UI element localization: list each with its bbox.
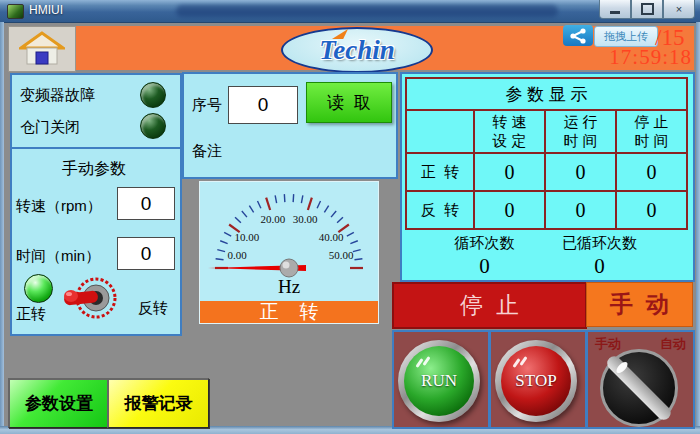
rotary-left-label: 手动 — [595, 335, 621, 353]
status-panel: 变频器故障 仓门关闭 — [10, 73, 182, 149]
param-display-panel: 参 数 显 示 转 速 设 定 运 行 时 间 停 止 时 间 正 转 0 0 … — [400, 72, 695, 282]
rotary-right-label: 自动 — [660, 335, 686, 353]
frequency-gauge-panel: 0.0010.0020.0030.0040.0050.00 Hz 正 转 — [200, 182, 378, 323]
stop-command-button[interactable]: 停 止 — [392, 282, 587, 329]
param-table-title: 参 数 显 示 — [406, 78, 687, 110]
rotation-status-banner: 正 转 — [200, 301, 378, 323]
reverse-label: 反转 — [138, 299, 168, 318]
read-panel: 序号 0 读 取 备注 — [182, 72, 398, 179]
time-label: 时间（min） — [16, 247, 100, 266]
rotary-handle — [604, 353, 673, 422]
row-header-forward: 正 转 — [406, 153, 474, 191]
mode-rotary-switch[interactable] — [600, 349, 678, 427]
clock: 17:59:18 — [590, 45, 692, 70]
cell-fwd-stoptime: 0 — [616, 153, 687, 191]
cycle-count-value: 0 — [422, 254, 547, 279]
col-header-speed: 转 速 设 定 — [474, 110, 545, 153]
glare-mark — [422, 356, 430, 366]
manual-mode-button[interactable]: 手 动 — [586, 282, 693, 327]
minimize-icon — [610, 11, 620, 14]
speed-input[interactable]: 0 — [117, 187, 175, 220]
direction-toggle-switch[interactable] — [60, 271, 122, 323]
stop-push-button[interactable]: STOP — [495, 340, 577, 422]
gauge-unit-label: Hz — [200, 276, 378, 298]
speed-label: 转速（rpm） — [16, 197, 102, 216]
alarm-record-button[interactable]: 报警记录 — [107, 378, 209, 428]
row-header-reverse: 反 转 — [406, 191, 474, 229]
app-icon — [7, 4, 24, 19]
svg-text:0.00: 0.00 — [227, 249, 247, 261]
window-title: HMIUI — [29, 3, 63, 17]
svg-text:30.00: 30.00 — [293, 213, 318, 225]
stop-button-panel: STOP — [489, 330, 587, 429]
close-button[interactable]: × — [663, 0, 695, 19]
cell-fwd-runtime: 0 — [545, 153, 616, 191]
read-button[interactable]: 读 取 — [306, 82, 392, 123]
manual-params-title: 手动参数 — [12, 159, 176, 180]
home-icon — [19, 31, 65, 67]
manual-params-panel: 手动参数 转速（rpm） 0 时间（min） 0 正转 反转 — [10, 147, 182, 336]
cell-rev-speed: 0 — [474, 191, 545, 229]
upload-share-button[interactable] — [563, 25, 593, 46]
minimize-button[interactable] — [599, 0, 631, 19]
run-button-label: RUN — [421, 371, 457, 391]
cell-rev-runtime: 0 — [545, 191, 616, 229]
time-input[interactable]: 0 — [117, 237, 175, 270]
serial-label: 序号 — [192, 96, 222, 115]
home-button[interactable] — [8, 26, 76, 72]
run-button-panel: RUN — [392, 330, 490, 429]
window-border-left — [0, 22, 4, 426]
drag-upload-button[interactable]: 拖拽上传 — [594, 26, 658, 47]
param-table: 参 数 显 示 转 速 设 定 运 行 时 间 停 止 时 间 正 转 0 0 … — [405, 77, 688, 230]
cycled-count-label: 已循环次数 — [537, 234, 662, 253]
svg-text:10.00: 10.00 — [235, 231, 260, 243]
maximize-button[interactable] — [631, 0, 663, 19]
inverter-fault-label: 变频器故障 — [20, 86, 95, 105]
stop-button-label: STOP — [515, 371, 556, 391]
cell-rev-stoptime: 0 — [616, 191, 687, 229]
col-header-runtime: 运 行 时 间 — [545, 110, 616, 153]
cell-fwd-speed: 0 — [474, 153, 545, 191]
redacted-title-text — [176, 5, 558, 17]
brand-logo-text: Techin — [319, 35, 395, 66]
serial-input[interactable]: 0 — [228, 86, 298, 124]
forward-led — [24, 274, 53, 303]
col-header-stoptime: 停 止 时 间 — [616, 110, 687, 153]
mode-selector-panel: 手动 自动 — [586, 330, 695, 429]
run-push-button[interactable]: RUN — [398, 340, 480, 422]
forward-label: 正转 — [16, 305, 46, 324]
door-closed-label: 仓门关闭 — [20, 118, 80, 137]
svg-text:20.00: 20.00 — [261, 213, 286, 225]
brand-logo: Techin — [281, 27, 433, 73]
maximize-icon — [641, 3, 654, 15]
window-border-right — [696, 22, 700, 426]
note-label: 备注 — [192, 142, 222, 161]
svg-text:40.00: 40.00 — [319, 231, 344, 243]
glare-mark — [519, 356, 527, 366]
cycle-count-label: 循环次数 — [422, 234, 547, 253]
param-table-corner-cell — [406, 110, 474, 153]
door-closed-led — [140, 113, 166, 139]
inverter-fault-led — [140, 82, 166, 108]
close-icon: × — [676, 3, 682, 15]
window-controls: × — [599, 0, 695, 19]
param-settings-button[interactable]: 参数设置 — [8, 378, 109, 428]
title-bar: HMIUI × — [0, 0, 700, 23]
share-icon — [568, 28, 588, 44]
cycled-count-value: 0 — [537, 254, 662, 279]
hmi-window: HMIUI × Techin 拖拽上传 /15 17:59:18 变频器故障 — [0, 0, 700, 434]
svg-text:50.00: 50.00 — [329, 249, 354, 261]
